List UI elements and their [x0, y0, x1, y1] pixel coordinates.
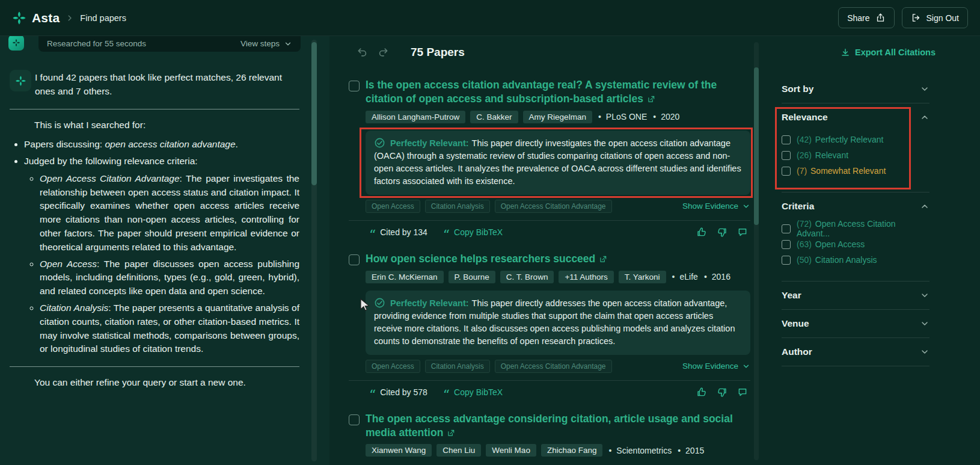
thumbs-down-icon[interactable] [717, 387, 727, 398]
paper-title[interactable]: Is the open access citation advantage re… [366, 78, 750, 106]
author-chip[interactable]: Amy Riegelman [523, 111, 592, 123]
thumbs-down-icon[interactable] [717, 227, 727, 238]
filter-checkbox[interactable] [782, 167, 791, 176]
filter-option-open-access[interactable]: (63) Open Access [782, 239, 929, 250]
paper-checkbox[interactable] [349, 81, 360, 91]
redo-icon[interactable] [377, 46, 389, 58]
share-button[interactable]: Share [838, 7, 894, 28]
filter-option-somewhat-relevant[interactable]: (7) Somewhat Relevant [782, 165, 929, 176]
filter-option-perfectly-relevant[interactable]: (42) Perfectly Relevant [782, 134, 929, 145]
tag-chip[interactable]: Open Access Citation Advantage [495, 200, 612, 213]
results-header: 75 Papers Export All Citations [334, 36, 980, 69]
author-chip[interactable]: Zhichao Fang [541, 444, 603, 457]
author-chip[interactable]: P. Bourne [449, 271, 495, 283]
cited-by-button[interactable]: “Cited by 578 [369, 387, 427, 397]
filter-checkbox[interactable] [782, 151, 791, 160]
results-scrollbar-track[interactable] [754, 42, 759, 460]
cited-by-button[interactable]: “Cited by 134 [369, 227, 427, 237]
filter-checkbox[interactable] [782, 135, 791, 144]
option-label: Somewhat Relevant [810, 166, 886, 176]
filter-option-oaca[interactable]: (72) Open Access Citation Advant... [782, 223, 929, 234]
thumbs-up-icon[interactable] [696, 227, 707, 238]
copy-bibtex-label: Copy BibTeX [454, 387, 503, 397]
bullet-papers-discussing: Papers discussing: open access citation … [24, 138, 299, 152]
author-chip[interactable]: Erin C. McKiernan [366, 271, 444, 283]
author-chip[interactable]: Allison Langham-Putrow [366, 111, 465, 123]
export-all-citations-button[interactable]: Export All Citations [841, 48, 936, 57]
paper-title-text: How open science helps researchers succe… [366, 253, 595, 265]
asta-clover-icon [12, 38, 20, 47]
undo-icon[interactable] [357, 46, 369, 58]
show-evidence-button[interactable]: Show Evidence [682, 362, 750, 371]
filter-checkbox[interactable] [782, 240, 791, 249]
comment-icon[interactable] [737, 227, 748, 238]
view-steps-button[interactable]: View steps [240, 39, 292, 48]
author-chip[interactable]: T. Yarkoni [619, 271, 666, 283]
asta-clover-icon [15, 75, 26, 87]
option-label: Relevant [815, 150, 848, 160]
author-chip[interactable]: Chen Liu [436, 444, 481, 457]
chat-body: I found 42 papers that look like perfect… [0, 36, 329, 390]
criteria-filter-header[interactable]: Criteria [782, 192, 929, 220]
option-label: Open Access [815, 239, 865, 249]
app-logo[interactable]: Asta [12, 11, 60, 25]
assistant-avatar [10, 70, 31, 91]
author-filter-header[interactable]: Author [782, 338, 929, 366]
results-scrollbar-thumb[interactable] [754, 67, 759, 225]
paper-checkbox[interactable] [349, 414, 360, 425]
paper-checkbox[interactable] [349, 254, 360, 265]
results-count: 75 Papers [411, 46, 465, 59]
breadcrumb[interactable]: Find papers [80, 13, 126, 23]
paper-title[interactable]: The open access advantage considering ci… [366, 412, 750, 440]
paper-card-footer: “Cited by 134 “Copy BibTeX [349, 220, 750, 238]
paper-title[interactable]: How open science helps researchers succe… [366, 252, 750, 266]
assistant-message: I found 42 papers that look like perfect… [35, 70, 299, 99]
filter-checkbox[interactable] [782, 224, 791, 233]
show-evidence-button[interactable]: Show Evidence [682, 202, 750, 211]
tag-chip[interactable]: Citation Analysis [425, 360, 490, 373]
filter-checkbox[interactable] [782, 256, 791, 265]
author-chip[interactable]: Wenli Mao [486, 444, 536, 457]
year-filter-header[interactable]: Year [782, 282, 929, 309]
tag-chip[interactable]: Open Access [366, 200, 420, 213]
paper-year: 2020 [652, 112, 679, 122]
thumbs-up-icon[interactable] [696, 387, 707, 398]
author-chip[interactable]: C. T. Brown [500, 271, 554, 283]
filter-option-citation-analysis[interactable]: (50) Citation Analysis [782, 254, 929, 265]
bullet-text: Papers discussing: [24, 139, 105, 149]
sign-out-button[interactable]: Sign Out [902, 7, 968, 28]
relevance-filter-options: (42) Perfectly Relevant (26) Relevant (7… [782, 131, 929, 192]
venue-filter-header[interactable]: Venue [782, 310, 929, 337]
tag-chip[interactable]: Open Access Citation Advantage [495, 360, 612, 373]
chat-scrollbar-thumb[interactable] [311, 42, 317, 185]
sign-out-button-label: Sign Out [926, 13, 959, 23]
bullet-judged-by: Judged by the following relevance criter… [24, 155, 299, 356]
more-authors-chip[interactable]: +11 Authors [559, 271, 613, 283]
view-steps-label: View steps [240, 39, 280, 48]
author-chip[interactable]: Xianwen Wang [366, 444, 432, 457]
copy-bibtex-button[interactable]: “Copy BibTeX [443, 387, 503, 397]
copy-bibtex-button[interactable]: “Copy BibTeX [443, 227, 503, 237]
tag-chip[interactable]: Citation Analysis [425, 200, 490, 213]
check-circle-icon [374, 137, 385, 149]
criterion-text: : The paper investigates the relationshi… [40, 173, 299, 252]
option-count: (7) [797, 166, 807, 176]
cited-by-label: Cited by 578 [380, 387, 427, 397]
filter-option-relevant[interactable]: (26) Relevant [782, 150, 929, 161]
paper-card-footer: “Cited by 578 “Copy BibTeX [349, 380, 750, 398]
comment-icon[interactable] [737, 387, 748, 398]
paper-authors-row: Xianwen Wang Chen Liu Wenli Mao Zhichao … [366, 444, 750, 457]
criterion-term: Open Access [40, 259, 97, 269]
sort-by-label: Sort by [782, 84, 813, 94]
relevance-filter-section: Relevance (42) Perfectly Relevant (26) R… [782, 103, 929, 192]
chevron-down-icon [742, 362, 750, 371]
relevance-filter-header[interactable]: Relevance [782, 103, 929, 131]
venue-filter-title: Venue [782, 318, 809, 329]
chevron-down-icon [284, 40, 292, 48]
tag-chip[interactable]: Open Access [366, 360, 420, 373]
chat-scrollbar-track[interactable] [311, 40, 317, 461]
author-chip[interactable]: C. Bakker [470, 111, 518, 123]
divider [10, 366, 299, 367]
sort-by-header[interactable]: Sort by [782, 75, 929, 103]
chevron-down-icon [920, 291, 929, 300]
